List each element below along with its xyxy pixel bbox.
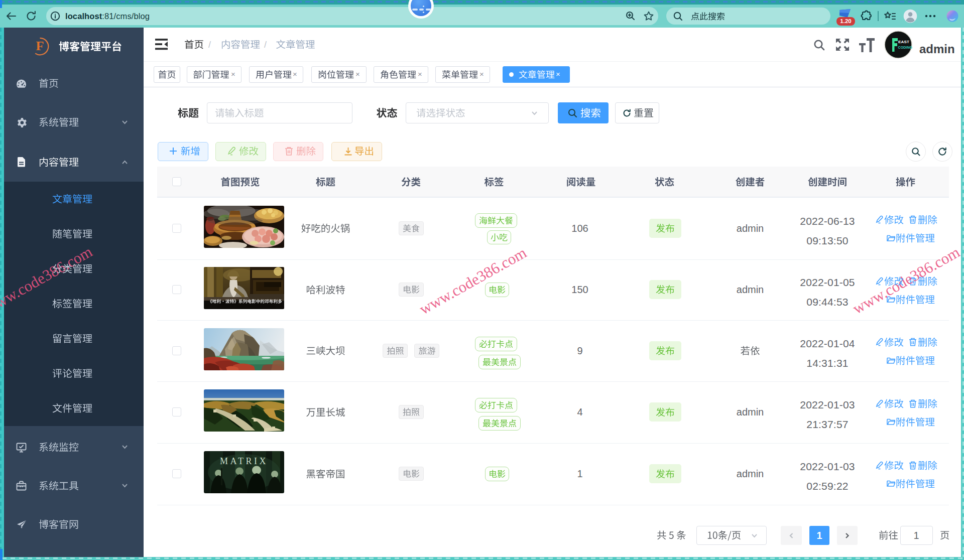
svg-text:MATRIX: MATRIX <box>220 456 268 466</box>
svg-text:EAST: EAST <box>898 40 909 44</box>
svg-text:CODING: CODING <box>898 46 913 49</box>
svg-text:F: F <box>36 39 44 53</box>
